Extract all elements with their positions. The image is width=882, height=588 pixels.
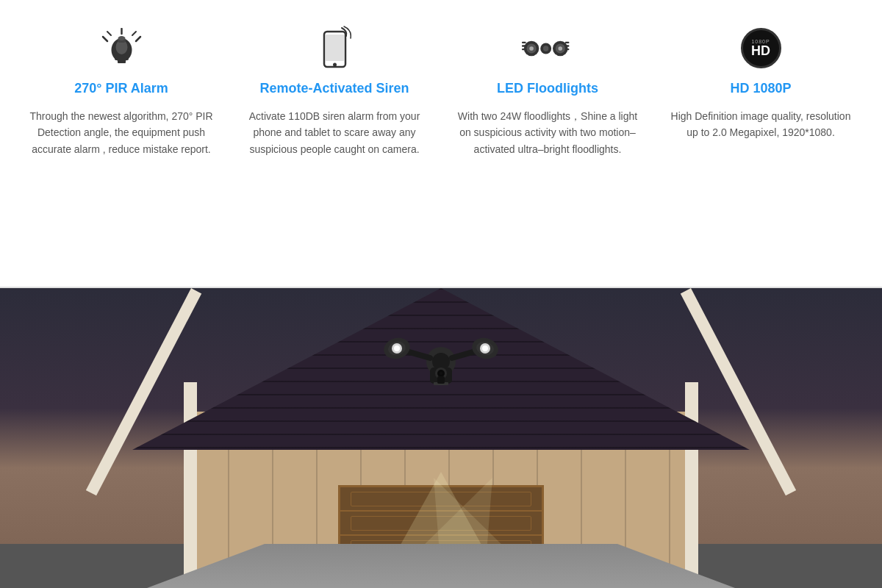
feature-hd-1080p: 1080P HD HD 1080P High Definition image … bbox=[669, 22, 853, 141]
hd-1080p-title: HD 1080P bbox=[730, 81, 791, 96]
svg-rect-19 bbox=[522, 48, 526, 49]
feature-pir-alarm: 270° PIR Alarm Through the newest algori… bbox=[29, 22, 213, 157]
svg-line-7 bbox=[107, 32, 111, 35]
svg-line-8 bbox=[132, 32, 136, 35]
svg-line-4 bbox=[103, 37, 107, 41]
svg-point-34 bbox=[394, 345, 400, 351]
house-image-section bbox=[0, 288, 882, 588]
svg-point-22 bbox=[558, 46, 562, 51]
features-section: 270° PIR Alarm Through the newest algori… bbox=[0, 0, 882, 287]
hd-badge-main-text: HD bbox=[751, 44, 770, 57]
feature-led-floodlights: LED Floodlights With two 24W floodlights… bbox=[456, 22, 639, 157]
alarm-icon bbox=[101, 28, 142, 68]
pir-alarm-title: 270° PIR Alarm bbox=[74, 81, 168, 96]
led-icon bbox=[522, 35, 573, 61]
hd-badge: 1080P HD bbox=[741, 28, 781, 68]
led-floodlights-icon-area bbox=[522, 22, 573, 74]
svg-rect-17 bbox=[522, 41, 526, 43]
svg-rect-24 bbox=[565, 45, 570, 46]
pir-alarm-icon-area bbox=[96, 22, 147, 74]
svg-line-5 bbox=[136, 37, 140, 41]
led-floodlights-desc: With two 24W floodlights，Shine a light o… bbox=[456, 108, 639, 157]
phone-icon bbox=[318, 26, 351, 70]
remote-siren-desc: Activate 110DB siren alarm from your pho… bbox=[243, 108, 426, 157]
svg-rect-12 bbox=[326, 35, 344, 61]
hd-1080p-icon-area: 1080P HD bbox=[735, 22, 786, 74]
hd-1080p-desc: High Definition image quality, resolutio… bbox=[669, 108, 853, 141]
svg-point-13 bbox=[333, 63, 337, 67]
svg-rect-45 bbox=[437, 376, 445, 384]
svg-point-16 bbox=[529, 46, 534, 51]
camera-assembly-svg bbox=[360, 325, 522, 398]
led-floodlights-title: LED Floodlights bbox=[497, 81, 598, 96]
svg-rect-18 bbox=[522, 45, 526, 46]
security-camera bbox=[360, 325, 522, 401]
remote-siren-icon-area bbox=[309, 22, 360, 74]
svg-point-39 bbox=[482, 345, 488, 351]
feature-remote-siren: Remote-Activated Siren Activate 110DB si… bbox=[243, 22, 426, 157]
svg-point-43 bbox=[440, 372, 442, 375]
svg-point-27 bbox=[543, 46, 548, 51]
svg-rect-23 bbox=[565, 41, 570, 43]
pir-alarm-desc: Through the newest algorithm, 270° PIR D… bbox=[29, 108, 213, 157]
svg-point-10 bbox=[118, 36, 125, 40]
remote-siren-title: Remote-Activated Siren bbox=[259, 81, 409, 96]
svg-rect-25 bbox=[565, 48, 570, 49]
